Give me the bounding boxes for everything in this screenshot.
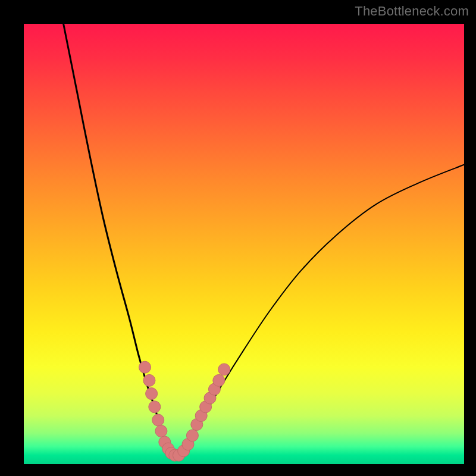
chart-svg	[24, 24, 464, 464]
curve-left-branch	[64, 24, 174, 455]
plot-area	[24, 24, 464, 464]
marker-dot	[143, 374, 155, 386]
watermark-text: TheBottleneck.com	[355, 4, 469, 19]
marker-dot	[139, 361, 151, 373]
marker-dot	[213, 374, 225, 386]
marker-dot	[155, 425, 167, 437]
curve-right-branch	[174, 165, 464, 455]
marker-dot	[218, 364, 230, 375]
marker-dot	[152, 414, 164, 426]
chart-frame: TheBottleneck.com	[0, 0, 476, 476]
highlighted-markers	[139, 361, 230, 461]
marker-dot	[149, 401, 161, 413]
marker-dot	[186, 430, 198, 441]
marker-dot	[146, 388, 158, 400]
